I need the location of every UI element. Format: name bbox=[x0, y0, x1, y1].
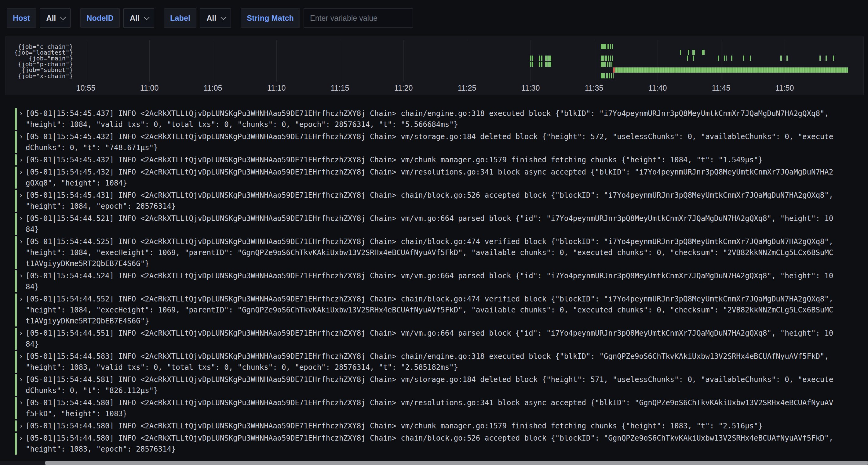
chevron-down-icon bbox=[144, 14, 149, 20]
time-tick-label: 11:10 bbox=[267, 84, 286, 93]
log-volume-mark bbox=[750, 56, 751, 61]
log-volume-mark bbox=[692, 50, 695, 55]
log-row[interactable]: ›[05-01|15:54:44.521] INFO <2AcRkXTLLtQj… bbox=[15, 212, 868, 236]
log-volume-mark bbox=[606, 73, 608, 78]
expand-chevron-icon[interactable]: › bbox=[18, 190, 24, 212]
log-line: gQXq8", "height": 1084} bbox=[26, 177, 833, 189]
dashboard-variables-toolbar: Host All NodeID All Label All String Mat… bbox=[7, 8, 423, 28]
grid-line bbox=[657, 40, 658, 81]
log-row[interactable]: ›[05-01|15:54:44.551] INFO <2AcRkXTLLtQj… bbox=[15, 327, 868, 350]
string-match-input[interactable] bbox=[304, 8, 413, 28]
time-tick-label: 11:25 bbox=[458, 84, 476, 93]
log-line: 84} bbox=[26, 339, 833, 350]
log-row[interactable]: ›[05-01|15:54:44.580] INFO <2AcRkXTLLtQj… bbox=[15, 432, 868, 455]
log-message: [05-01|15:54:44.525] INFO <2AcRkXTLLtQjv… bbox=[26, 236, 833, 269]
time-tick-label: 11:35 bbox=[585, 84, 603, 93]
log-volume-mark bbox=[726, 56, 726, 61]
expand-chevron-icon[interactable]: › bbox=[18, 351, 24, 373]
log-volume-mark bbox=[688, 50, 689, 55]
log-volume-mark bbox=[545, 62, 548, 67]
log-row[interactable]: ›[05-01|15:54:44.525] INFO <2AcRkXTLLtQj… bbox=[15, 236, 868, 270]
expand-chevron-icon[interactable]: › bbox=[18, 397, 24, 419]
time-tick-label: 11:00 bbox=[140, 84, 159, 93]
log-row[interactable]: ›[05-01|15:54:44.581] INFO <2AcRkXTLLtQj… bbox=[15, 373, 868, 397]
log-volume-mark bbox=[605, 56, 607, 61]
log-row[interactable]: ›[05-01|15:54:44.580] INFO <2AcRkXTLLtQj… bbox=[15, 420, 868, 432]
log-line: [05-01|15:54:44.580] INFO <2AcRkXTLLtQjv… bbox=[26, 421, 763, 431]
log-line: [05-01|15:54:45.431] INFO <2AcRkXTLLtQjv… bbox=[26, 190, 833, 201]
log-message: [05-01|15:54:44.551] INFO <2AcRkXTLLtQjv… bbox=[26, 328, 833, 350]
time-tick-label: 10:55 bbox=[76, 84, 96, 93]
log-row[interactable]: ›[05-01|15:54:44.583] INFO <2AcRkXTLLtQj… bbox=[15, 350, 868, 373]
expand-chevron-icon[interactable]: › bbox=[18, 167, 24, 189]
variable-value: All bbox=[130, 14, 140, 23]
expand-chevron-icon[interactable]: › bbox=[18, 108, 24, 130]
log-line: t1AVgiyyDKme5RT2QbEB7E4S6G"} bbox=[26, 315, 833, 327]
horizontal-scrollbar-track[interactable] bbox=[0, 461, 868, 465]
log-line: [05-01|15:54:45.432] INFO <2AcRkXTLLtQjv… bbox=[26, 167, 833, 177]
time-tick-label: 11:05 bbox=[204, 84, 222, 93]
log-volume-mark bbox=[786, 56, 788, 61]
log-message: [05-01|15:54:45.432] INFO <2AcRkXTLLtQjv… bbox=[26, 167, 833, 189]
log-level-bar bbox=[15, 433, 17, 455]
log-volume-mark bbox=[539, 56, 540, 61]
log-row[interactable]: ›[05-01|15:54:44.580] INFO <2AcRkXTLLtQj… bbox=[15, 397, 868, 420]
log-volume-mark bbox=[601, 62, 606, 67]
log-volume-mark bbox=[541, 56, 542, 61]
expand-chevron-icon[interactable]: › bbox=[18, 294, 24, 327]
log-message: [05-01|15:54:44.580] INFO <2AcRkXTLLtQjv… bbox=[26, 397, 833, 419]
log-volume-mark bbox=[601, 73, 605, 78]
log-volume-mark bbox=[548, 56, 551, 61]
log-volume-mark bbox=[718, 56, 719, 61]
horizontal-scrollbar-thumb[interactable] bbox=[45, 461, 868, 465]
log-message: [05-01|15:54:45.431] INFO <2AcRkXTLLtQjv… bbox=[26, 190, 833, 212]
expand-chevron-icon[interactable]: › bbox=[18, 328, 24, 350]
time-tick-label: 11:30 bbox=[521, 84, 540, 93]
variable-dropdown-host[interactable]: All bbox=[40, 8, 70, 28]
log-line: [05-01|15:54:44.580] INFO <2AcRkXTLLtQjv… bbox=[26, 433, 833, 444]
grid-line bbox=[594, 40, 594, 81]
expand-chevron-icon[interactable]: › bbox=[18, 433, 24, 455]
job-label: {job="x-chain"} bbox=[18, 72, 73, 80]
variable-dropdown-nodeid[interactable]: All bbox=[123, 8, 154, 28]
expand-chevron-icon[interactable]: › bbox=[18, 155, 24, 165]
variable-group-host: Host All bbox=[7, 8, 70, 28]
log-row[interactable]: ›[05-01|15:54:45.432] INFO <2AcRkXTLLtQj… bbox=[15, 131, 868, 154]
log-row[interactable]: ›[05-01|15:54:44.524] INFO <2AcRkXTLLtQj… bbox=[15, 270, 868, 293]
log-level-bar bbox=[15, 397, 17, 419]
expand-chevron-icon[interactable]: › bbox=[18, 131, 24, 153]
log-row[interactable]: ›[05-01|15:54:45.432] INFO <2AcRkXTLLtQj… bbox=[15, 166, 868, 189]
variable-label-text: String Match bbox=[247, 14, 294, 23]
log-level-bar bbox=[15, 421, 17, 431]
variable-dropdown-label[interactable]: All bbox=[200, 8, 231, 28]
expand-chevron-icon[interactable]: › bbox=[18, 374, 24, 396]
log-row[interactable]: ›[05-01|15:54:45.437] INFO <2AcRkXTLLtQj… bbox=[15, 107, 868, 131]
log-volume-mark bbox=[613, 73, 614, 78]
log-level-bar bbox=[15, 351, 17, 373]
log-row[interactable]: ›[05-01|15:54:45.431] INFO <2AcRkXTLLtQj… bbox=[15, 189, 868, 212]
log-row[interactable]: ›[05-01|15:54:45.432] INFO <2AcRkXTLLtQj… bbox=[15, 154, 868, 166]
log-volume-mark bbox=[687, 56, 688, 61]
log-level-bar bbox=[15, 374, 17, 396]
expand-chevron-icon[interactable]: › bbox=[18, 270, 24, 292]
log-row[interactable]: ›[05-01|15:54:44.552] INFO <2AcRkXTLLtQj… bbox=[15, 293, 868, 327]
log-volume-mark bbox=[724, 56, 725, 61]
log-line: [05-01|15:54:44.552] INFO <2AcRkXTLLtQjv… bbox=[26, 294, 833, 304]
log-volume-mark bbox=[693, 56, 694, 61]
variable-label-text: NodeID bbox=[87, 14, 114, 23]
expand-chevron-icon[interactable]: › bbox=[18, 421, 24, 431]
log-volume-mark bbox=[826, 56, 827, 61]
expand-chevron-icon[interactable]: › bbox=[18, 236, 24, 269]
time-tick-label: 11:15 bbox=[331, 84, 349, 93]
log-volume-plot-area[interactable]: 10:5511:0011:0511:1011:1511:2011:2511:30… bbox=[6, 36, 863, 95]
log-line: "height": 1083, "valid txs": 0, "total t… bbox=[26, 362, 829, 373]
log-volume-mark bbox=[610, 56, 611, 61]
grid-line bbox=[149, 40, 150, 81]
log-message: [05-01|15:54:44.581] INFO <2AcRkXTLLtQjv… bbox=[26, 374, 833, 396]
log-line: [05-01|15:54:44.580] INFO <2AcRkXTLLtQjv… bbox=[26, 397, 833, 408]
expand-chevron-icon[interactable]: › bbox=[18, 213, 24, 235]
variable-value: All bbox=[207, 14, 216, 23]
time-tick-label: 11:40 bbox=[648, 84, 667, 93]
log-volume-mark bbox=[601, 56, 604, 61]
log-volume-mark bbox=[615, 67, 848, 73]
